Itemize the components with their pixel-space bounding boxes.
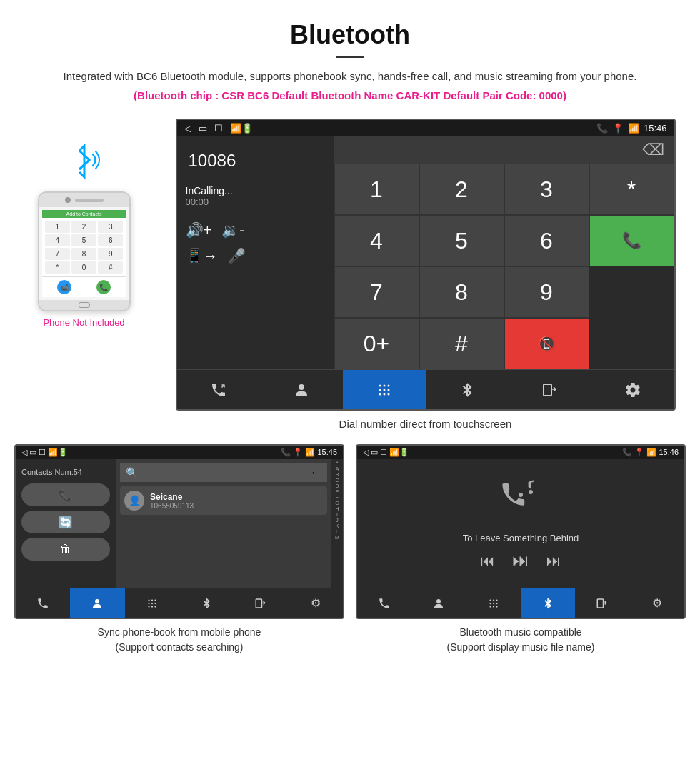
contacts-nav-contacts[interactable]: [70, 588, 124, 618]
contacts-nav-bluetooth[interactable]: [179, 588, 234, 618]
phone-key-8[interactable]: 8: [71, 248, 96, 260]
contacts-mini-screen: ◁ ▭ ☐ 📶🔋 📞 📍 📶 15:45 Contacts Num:54 📞 🔄: [14, 444, 344, 619]
backspace-button[interactable]: ⌫: [638, 141, 669, 159]
svg-point-24: [436, 599, 441, 603]
music-screenshot: ◁ ▭ ☐ 📶🔋 📞 📍 📶 15:46: [356, 444, 686, 655]
contact-sync-btn[interactable]: 🔄: [21, 511, 110, 533]
music-nav-contacts[interactable]: [411, 588, 466, 618]
contact-search-icon: 🔍: [126, 467, 138, 478]
mic-icon[interactable]: 🎤: [228, 247, 246, 264]
alpha-i[interactable]: I: [336, 512, 338, 517]
music-nav-keypad[interactable]: [466, 588, 521, 618]
music-controls: ⏮ ⏭ ⏭: [481, 551, 561, 571]
music-window-icon: ☐: [380, 448, 387, 456]
contact-list-item[interactable]: 👤 Seicane 10655059113: [120, 486, 327, 515]
keypad-key-0plus[interactable]: 0+: [334, 318, 419, 369]
music-status-left: ◁ ▭ ☐ 📶🔋: [363, 448, 409, 457]
alpha-f[interactable]: F: [336, 495, 339, 500]
alpha-a[interactable]: A: [336, 466, 339, 471]
alpha-star[interactable]: *: [336, 461, 339, 466]
alpha-d[interactable]: D: [335, 483, 339, 488]
contact-delete-btn[interactable]: 🗑: [21, 538, 110, 561]
contacts-nav-keypad[interactable]: [125, 588, 179, 618]
alpha-b[interactable]: B: [336, 472, 339, 477]
keypad-key-6[interactable]: 6: [504, 215, 589, 266]
alpha-k[interactable]: K: [336, 523, 339, 528]
nav-contacts-icon[interactable]: [260, 370, 343, 409]
contact-call-btn[interactable]: 📞: [21, 483, 110, 506]
page-header: Bluetooth Integrated with BC6 Bluetooth …: [0, 0, 700, 119]
phone-key-5[interactable]: 5: [71, 234, 96, 246]
nav-keypad-icon[interactable]: [343, 370, 426, 409]
phone-key-7[interactable]: 7: [45, 248, 70, 260]
phone-video-btn[interactable]: 📹: [57, 280, 71, 294]
nav-settings-icon[interactable]: [591, 370, 674, 409]
contacts-window-icon: ☐: [39, 448, 46, 456]
music-next-btn[interactable]: ⏭: [546, 553, 561, 569]
nav-transfer-icon[interactable]: [509, 370, 591, 409]
svg-point-18: [148, 606, 149, 607]
keypad-key-hash[interactable]: #: [419, 318, 504, 369]
phone-key-4[interactable]: 4: [45, 234, 70, 246]
music-back-icon[interactable]: ◁: [363, 448, 369, 456]
svg-point-8: [383, 393, 385, 395]
keypad-key-1[interactable]: 1: [334, 164, 419, 215]
phone-key-star[interactable]: *: [45, 261, 70, 274]
music-nav-bluetooth[interactable]: [521, 588, 575, 618]
keypad-key-4[interactable]: 4: [334, 215, 419, 266]
transfer-icon[interactable]: 📱→: [186, 247, 218, 264]
keypad-call-button[interactable]: 📞: [589, 215, 674, 266]
keypad-key-3[interactable]: 3: [504, 164, 589, 215]
phone-key-2[interactable]: 2: [71, 221, 96, 233]
phone-camera: [65, 197, 71, 203]
contacts-count: Contacts Num:54: [21, 465, 110, 479]
keypad-key-5[interactable]: 5: [419, 215, 504, 266]
alpha-h[interactable]: H: [335, 506, 339, 511]
music-nav-transfer[interactable]: [575, 588, 629, 618]
phone-home-btn[interactable]: [79, 302, 90, 308]
music-status-bar: ◁ ▭ ☐ 📶🔋 📞 📍 📶 15:46: [357, 446, 684, 459]
contacts-nav-settings[interactable]: ⚙: [289, 588, 343, 618]
music-play-pause-btn[interactable]: ⏭: [512, 551, 529, 571]
phone-key-6[interactable]: 6: [98, 234, 123, 246]
contact-search-back-icon[interactable]: ←: [310, 466, 321, 479]
contact-search-input[interactable]: [142, 468, 306, 478]
phone-call-btn[interactable]: 📞: [96, 280, 111, 294]
volume-down-icon[interactable]: 🔉-: [221, 221, 244, 239]
alpha-m[interactable]: M: [335, 535, 339, 540]
music-nav-phone[interactable]: [357, 588, 411, 618]
back-icon[interactable]: ◁: [184, 123, 191, 134]
phone-key-9[interactable]: 9: [98, 248, 123, 260]
alpha-g[interactable]: G: [335, 501, 339, 506]
music-prev-btn[interactable]: ⏮: [481, 553, 495, 569]
status-time: 15:46: [644, 123, 667, 134]
nav-bluetooth-icon[interactable]: [426, 370, 509, 409]
alpha-c[interactable]: C: [335, 478, 339, 483]
svg-point-7: [379, 393, 381, 395]
contacts-wifi-icon: 📶: [305, 448, 315, 456]
nav-phone-icon[interactable]: [177, 370, 260, 409]
keypad-key-8[interactable]: 8: [419, 266, 504, 318]
svg-rect-10: [544, 384, 551, 396]
alpha-e[interactable]: E: [336, 489, 339, 494]
phone-key-hash[interactable]: #: [98, 261, 123, 274]
phone-key-0[interactable]: 0: [71, 261, 96, 274]
music-nav-settings[interactable]: ⚙: [630, 588, 684, 618]
alpha-l[interactable]: L: [336, 529, 339, 534]
volume-up-icon[interactable]: 🔊+: [186, 221, 212, 239]
phone-screen-header: Add to Contacts: [42, 210, 126, 218]
contacts-sidebar: Contacts Num:54 📞 🔄 🗑: [16, 459, 116, 588]
phone-key-1[interactable]: 1: [45, 221, 70, 233]
keypad-key-2[interactable]: 2: [419, 164, 504, 215]
keypad-key-7[interactable]: 7: [334, 266, 419, 318]
music-battery-icon: ▭: [371, 448, 378, 456]
alpha-j[interactable]: J: [336, 518, 339, 523]
keypad-grid: 1 2 3 * 4 5 6 📞 7 8 9 0+ #: [334, 164, 674, 369]
phone-key-3[interactable]: 3: [98, 221, 123, 233]
contacts-back-icon[interactable]: ◁: [21, 448, 27, 456]
contacts-nav-phone[interactable]: [16, 588, 70, 618]
keypad-key-9[interactable]: 9: [504, 266, 589, 318]
keypad-key-star[interactable]: *: [589, 164, 674, 215]
keypad-hangup-button[interactable]: 📵: [504, 318, 589, 369]
contacts-nav-transfer[interactable]: [234, 588, 288, 618]
